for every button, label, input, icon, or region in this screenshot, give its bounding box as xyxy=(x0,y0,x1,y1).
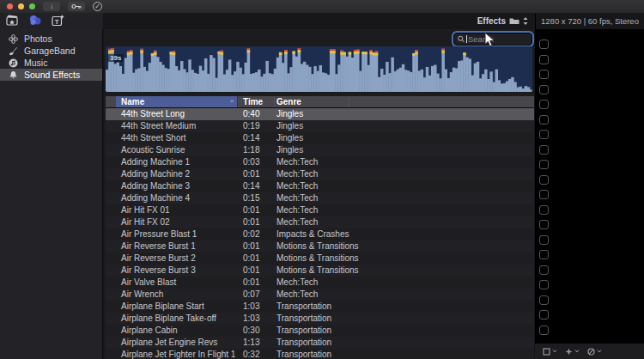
genre-cell: Jingles xyxy=(275,132,534,144)
row-gutter xyxy=(106,156,116,168)
table-row[interactable]: Airplane Jet Fighter In Flight 10:32Tran… xyxy=(106,349,534,359)
key-button[interactable] xyxy=(68,2,85,11)
name-cell: Air Reverse Burst 2 xyxy=(116,253,238,265)
sidebar-item-label: GarageBand xyxy=(24,46,76,56)
genre-column-header[interactable]: Genre xyxy=(275,96,349,107)
time-cell: 0:19 xyxy=(238,120,275,132)
sidebar-item-photos[interactable]: Photos xyxy=(0,33,102,45)
name-column-header[interactable]: Name ^ xyxy=(116,96,238,107)
name-cell: Air Pressure Blast 1 xyxy=(116,228,238,240)
chevron-down-icon xyxy=(574,350,580,353)
table-row[interactable]: Air Wrench0:07Mech:Tech xyxy=(106,289,534,301)
row-gutter xyxy=(106,313,116,325)
effects-view-button[interactable] xyxy=(565,348,580,356)
effects-popup[interactable]: Effects xyxy=(477,16,528,26)
name-cell: 44th Street Short xyxy=(116,132,238,144)
search-input[interactable] xyxy=(468,34,528,44)
name-cell: Airplane Cabin xyxy=(116,325,238,337)
time-cell: 0:30 xyxy=(238,325,275,337)
garageband-icon xyxy=(9,46,18,56)
genre-cell: Transportation xyxy=(275,301,534,313)
table-row[interactable]: Acoustic Sunrise1:18Jingles xyxy=(106,144,534,156)
effects-popup-label: Effects xyxy=(477,16,506,26)
table-row[interactable]: 44th Street Short0:14Jingles xyxy=(106,132,534,144)
genre-cell: Motions & Transitions xyxy=(275,265,534,277)
overlay-view-button[interactable] xyxy=(587,348,602,356)
table-row[interactable]: Air Reverse Burst 20:01Motions & Transit… xyxy=(106,253,534,265)
film-sprocket-hole xyxy=(539,175,549,185)
genre-cell: Mech:Tech xyxy=(275,168,534,180)
audio-waveform xyxy=(106,46,532,92)
film-sprocket-hole xyxy=(539,190,549,199)
table-row[interactable]: 44th Street Medium0:19Jingles xyxy=(106,120,534,132)
star-icon xyxy=(565,348,573,356)
name-cell: Adding Machine 2 xyxy=(116,168,238,180)
row-gutter xyxy=(106,204,116,216)
check-button[interactable]: ✓ xyxy=(93,2,102,11)
sidebar-item-music[interactable]: Music xyxy=(0,57,102,69)
close-button[interactable] xyxy=(7,3,13,9)
time-cell: 0:40 xyxy=(238,108,275,120)
table-row[interactable]: 44th Street Long0:40Jingles xyxy=(106,108,534,120)
genre-cell: Transportation xyxy=(275,325,534,337)
row-gutter xyxy=(106,168,116,180)
zoom-button[interactable] xyxy=(29,3,35,9)
table-row[interactable]: Airplane Biplane Take-off1:03Transportat… xyxy=(106,313,534,325)
stepper-icon xyxy=(523,17,528,25)
genre-cell: Mech:Tech xyxy=(275,204,534,216)
row-gutter xyxy=(106,120,116,132)
row-gutter xyxy=(106,228,116,240)
genre-cell: Transportation xyxy=(275,349,534,359)
table-row[interactable]: Air Reverse Burst 30:01Motions & Transit… xyxy=(106,265,534,277)
table-row[interactable]: Air Pressure Blast 10:02Impacts & Crashe… xyxy=(106,228,534,240)
genre-cell: Jingles xyxy=(275,144,534,156)
table-row[interactable]: Adding Machine 10:03Mech:Tech xyxy=(106,156,534,168)
media-browser-icon[interactable] xyxy=(6,14,19,29)
photos-audio-icon[interactable] xyxy=(28,14,42,29)
table-row[interactable]: Air Hit FX 020:01Mech:Tech xyxy=(106,216,534,228)
time-cell: 0:01 xyxy=(238,204,275,216)
time-cell: 0:01 xyxy=(238,168,275,180)
name-cell: Air Hit FX 02 xyxy=(116,216,238,228)
table-row[interactable]: Airplane Biplane Start1:03Transportation xyxy=(106,301,534,313)
time-cell: 1:18 xyxy=(238,144,275,156)
film-sprocket-hole xyxy=(539,235,549,245)
download-button[interactable]: ↓ xyxy=(43,2,60,11)
circle-slash-icon xyxy=(587,348,595,356)
sidebar-item-garageband[interactable]: GarageBand xyxy=(0,45,102,57)
sort-ascending-icon: ^ xyxy=(230,98,234,106)
name-cell: 44th Street Long xyxy=(116,108,238,120)
waveform-panel[interactable] xyxy=(106,46,532,92)
genre-cell: Mech:Tech xyxy=(275,277,534,289)
row-gutter xyxy=(106,216,116,228)
row-gutter xyxy=(106,301,116,313)
film-sprocket-hole xyxy=(539,250,549,259)
minimize-button[interactable] xyxy=(18,3,24,9)
time-cell: 0:14 xyxy=(238,132,275,144)
frame-view-button[interactable] xyxy=(543,348,557,356)
time-column-header[interactable]: Time xyxy=(238,96,275,107)
sidebar-item-sound-effects[interactable]: Sound Effects xyxy=(0,69,102,81)
row-gutter xyxy=(106,132,116,144)
photos-icon xyxy=(9,34,18,44)
row-gutter xyxy=(106,325,116,337)
table-row[interactable]: Airplane Cabin0:30Transportation xyxy=(106,325,534,337)
row-gutter xyxy=(106,180,116,192)
titles-generators-icon[interactable]: T xyxy=(52,14,64,29)
table-row[interactable]: Air Reverse Burst 10:01Motions & Transit… xyxy=(106,240,534,253)
table-row[interactable]: Air Valve Blast0:01Mech:Tech xyxy=(106,277,534,289)
time-cell: 0:07 xyxy=(238,289,275,301)
name-cell: Airplane Biplane Take-off xyxy=(116,313,238,325)
table-row[interactable]: Adding Machine 40:15Mech:Tech xyxy=(106,192,534,204)
sound-effects-icon xyxy=(9,70,18,80)
genre-cell: Mech:Tech xyxy=(275,156,534,168)
film-sprocket-hole xyxy=(539,145,549,155)
search-field[interactable] xyxy=(453,33,532,46)
frame-icon xyxy=(543,348,550,356)
table-row[interactable]: Adding Machine 20:01Mech:Tech xyxy=(106,168,534,180)
table-row[interactable]: Adding Machine 30:14Mech:Tech xyxy=(106,180,534,192)
time-cell: 0:15 xyxy=(238,192,275,204)
table-row[interactable]: Airplane Jet Engine Revs1:13Transportati… xyxy=(106,337,534,349)
film-sprocket-hole xyxy=(539,220,549,229)
table-row[interactable]: Air Hit FX 010:01Mech:Tech xyxy=(106,204,534,216)
